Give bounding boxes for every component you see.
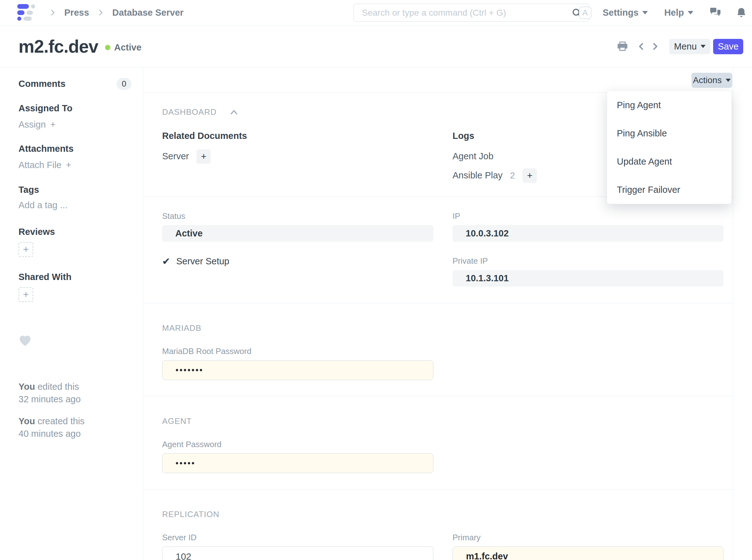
logo-dot: [17, 17, 21, 21]
server-id-column: Server ID 102: [162, 533, 433, 560]
avatar[interactable]: A: [579, 6, 591, 19]
actions-dropdown: Ping Agent Ping Ansible Update Agent Tri…: [607, 91, 732, 204]
caret-down-icon: [688, 11, 693, 15]
breadcrumb-press[interactable]: Press: [64, 7, 89, 18]
global-search: [353, 4, 589, 22]
check-icon: ✔: [162, 257, 170, 266]
mariadb-section-label: MARIADB: [143, 303, 733, 333]
private-ip-field[interactable]: 10.1.3.101: [453, 270, 724, 286]
ip-column: IP 10.0.3.102 Private IP 10.1.3.101: [453, 211, 724, 286]
assign-label: Assign: [19, 119, 46, 130]
private-ip-field-label: Private IP: [453, 256, 724, 266]
chevron-right-icon: [97, 8, 105, 17]
top-navbar: Press Database Server A Settings Help: [0, 0, 752, 25]
caret-down-icon: [642, 11, 648, 15]
title-group: m2.fc.dev Active: [19, 36, 141, 57]
reviews-label: Reviews: [19, 227, 132, 237]
timeline-when: 32 minutes ago: [19, 393, 132, 405]
comments-label: Comments: [19, 79, 65, 89]
status-column: Status Active ✔ Server Setup: [162, 211, 433, 286]
timeline: You edited this 32 minutes ago You creat…: [19, 380, 132, 440]
server-id-field[interactable]: 102: [162, 546, 433, 560]
mariadb-field-block: MariaDB Root Password •••••••: [143, 333, 433, 396]
primary-column: Primary m1.fc.dev: [453, 533, 724, 560]
logs-link-ansible-play[interactable]: Ansible Play: [453, 170, 503, 181]
page-header: m2.fc.dev Active Menu Save: [0, 25, 752, 68]
menu-item-update-agent[interactable]: Update Agent: [607, 147, 731, 176]
attachments-label: Attachments: [19, 144, 132, 154]
related-documents-title: Related Documents: [162, 131, 433, 141]
timeline-edited: You edited this 32 minutes ago: [19, 380, 132, 405]
plus-icon: +: [23, 289, 29, 300]
menu-button-label: Menu: [674, 41, 697, 52]
list-item: Server +: [162, 149, 433, 163]
chat-icon[interactable]: [709, 7, 721, 19]
next-document-button[interactable]: [650, 42, 660, 51]
menu-button[interactable]: Menu: [669, 39, 710, 54]
attach-file-button[interactable]: Attach File +: [19, 160, 132, 170]
agent-section-label: AGENT: [143, 396, 733, 426]
help-menu[interactable]: Help: [664, 7, 693, 18]
primary-field[interactable]: m1.fc.dev: [453, 546, 724, 560]
replication-section-label: REPLICATION: [143, 489, 733, 519]
tags-label: Tags: [19, 185, 132, 195]
menu-item-trigger-failover[interactable]: Trigger Failover: [607, 176, 731, 204]
logo-bar: [17, 4, 29, 9]
form-sidebar: Comments 0 Assigned To Assign + Attachme…: [0, 68, 143, 560]
menu-item-ping-agent[interactable]: Ping Agent: [607, 91, 731, 119]
print-button[interactable]: [617, 41, 628, 52]
timeline-user: You: [19, 416, 35, 426]
plus-icon: +: [527, 170, 533, 181]
previous-document-button[interactable]: [637, 42, 646, 51]
logs-link-agent-job[interactable]: Agent Job: [453, 151, 494, 161]
agent-password-label: Agent Password: [162, 440, 433, 449]
ip-field[interactable]: 10.0.3.102: [453, 225, 724, 242]
logo-bar: [17, 11, 24, 15]
collapse-section-button[interactable]: [229, 108, 239, 116]
mariadb-root-password-field[interactable]: •••••••: [162, 360, 433, 380]
add-review-button[interactable]: +: [19, 242, 33, 257]
like-button[interactable]: [19, 335, 132, 348]
add-server-button[interactable]: +: [196, 149, 211, 164]
app-logo[interactable]: [17, 4, 37, 21]
breadcrumb-database-server[interactable]: Database Server: [112, 7, 183, 18]
breadcrumb: Press Database Server: [48, 7, 183, 18]
notifications-bell-icon[interactable]: [736, 7, 747, 19]
actions-row: Actions Ping Agent Ping Ansible Update A…: [143, 68, 733, 93]
status-field-label: Status: [162, 211, 433, 221]
assign-button[interactable]: Assign +: [19, 119, 132, 130]
plus-icon: +: [23, 244, 29, 255]
share-button[interactable]: +: [19, 287, 33, 302]
add-tag-input[interactable]: Add a tag ...: [19, 200, 132, 211]
agent-section: AGENT Agent Password •••••: [143, 396, 733, 489]
status-field[interactable]: Active: [162, 225, 433, 242]
related-link-server[interactable]: Server: [162, 151, 189, 161]
status-section: Status Active ✔ Server Setup IP 10.0.3.1…: [143, 197, 733, 303]
settings-menu[interactable]: Settings: [603, 7, 648, 18]
agent-password-field[interactable]: •••••: [162, 454, 433, 473]
actions-button[interactable]: Actions: [691, 73, 732, 88]
help-label: Help: [664, 7, 684, 18]
menu-item-ping-ansible[interactable]: Ping Ansible: [607, 119, 731, 147]
primary-label: Primary: [453, 533, 724, 542]
server-id-label: Server ID: [162, 533, 433, 542]
add-ansible-play-button[interactable]: +: [522, 168, 537, 183]
ansible-play-count: 2: [510, 171, 515, 181]
form-body: Actions Ping Agent Ping Ansible Update A…: [143, 68, 733, 560]
timeline-action: edited this: [38, 382, 79, 392]
layout: Comments 0 Assigned To Assign + Attachme…: [0, 68, 752, 560]
plus-icon: +: [50, 119, 56, 130]
search-input[interactable]: [354, 8, 571, 18]
timeline-when: 40 minutes ago: [19, 427, 132, 440]
plus-icon: +: [66, 160, 72, 170]
agent-field-block: Agent Password •••••: [143, 426, 433, 489]
comments-section[interactable]: Comments 0: [19, 78, 132, 90]
mariadb-root-password-label: MariaDB Root Password: [162, 346, 433, 356]
save-button[interactable]: Save: [713, 39, 743, 54]
caret-down-icon: [700, 45, 706, 48]
printer-icon: [617, 41, 628, 52]
chevron-up-icon: [229, 108, 239, 116]
related-documents-block: Related Documents Server +: [162, 131, 433, 182]
timeline-user: You: [19, 382, 35, 392]
server-setup-checkbox[interactable]: ✔ Server Setup: [162, 256, 433, 266]
